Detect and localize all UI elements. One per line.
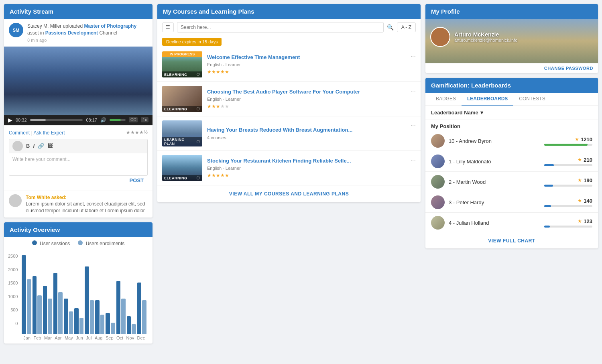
- cc-button[interactable]: CC: [129, 117, 138, 122]
- course-item[interactable]: IN PROGRESSELEARNING⏱Welcome Effective T…: [157, 47, 421, 82]
- bar-chart: [20, 254, 148, 334]
- volume-bar[interactable]: [110, 119, 126, 121]
- editor-avatar: [12, 141, 23, 151]
- passions-channel-link[interactable]: Passions Development: [45, 30, 98, 36]
- thumbnail-overlay: LEARNING PLAN⏱: [162, 137, 202, 146]
- bar-light: [37, 295, 42, 334]
- search-button[interactable]: 🔍: [387, 24, 394, 31]
- courses-panel: My Courses and Learning Plans ☰ 🔍 A - Z …: [157, 4, 421, 202]
- question-item: Tom White asked: Lorem ipsum dolor sit a…: [4, 191, 153, 218]
- post-button[interactable]: POST: [130, 177, 144, 183]
- course-item[interactable]: LEARNING PLAN⏱Having Your Breasts Reduce…: [157, 116, 421, 151]
- my-position-title: My Position: [425, 120, 598, 131]
- chart-y-axis: 2500 2000 1500 1000 500 0: [8, 254, 20, 334]
- courses-title: My Courses and Learning Plans: [163, 8, 254, 15]
- course-item[interactable]: ELEARNING⏱Stocking Your Restaurant Kitch…: [157, 151, 421, 185]
- comment-textarea[interactable]: Write here your comment...: [9, 153, 147, 175]
- bar-dark: [85, 266, 89, 334]
- score-value: 140: [584, 198, 592, 204]
- score-bar-container: [544, 205, 592, 207]
- bar-dark: [33, 276, 37, 334]
- total-time: 08:17: [86, 118, 97, 122]
- tab-badges[interactable]: BADGES: [430, 93, 462, 106]
- tab-leaderboards[interactable]: LEADERBOARDS: [462, 93, 513, 106]
- bar-dark: [43, 286, 47, 334]
- courses-toolbar: ☰ 🔍 A - Z: [157, 19, 421, 36]
- chart-wrapper: 2500 2000 1500 1000 500 0 JanFebMarAprMa…: [8, 254, 148, 344]
- more-options-button[interactable]: ···: [411, 53, 416, 60]
- filter-button[interactable]: ☰: [162, 22, 174, 32]
- video-thumbnail[interactable]: [4, 47, 153, 115]
- dropdown-arrow-icon: ▾: [480, 110, 483, 116]
- leaderboard-row: 4 - Julian Holland★123: [425, 213, 598, 233]
- month-group: [64, 299, 73, 334]
- score-star-icon: ★: [575, 136, 579, 142]
- course-item[interactable]: ELEARNING⏱Choosing The Best Audio Player…: [157, 82, 421, 116]
- current-time: 00:32: [16, 118, 27, 122]
- thumbnail-overlay: ELEARNING⏱: [162, 106, 202, 112]
- tab-contests[interactable]: CONTESTS: [513, 93, 551, 106]
- month-group: [53, 273, 63, 334]
- view-full-chart-button[interactable]: VIEW FULL CHART: [425, 233, 598, 248]
- profile-info: Arturo McKenzie arturo.mckenzie@homenick…: [430, 27, 517, 47]
- more-options-button[interactable]: ···: [411, 157, 416, 164]
- view-all-courses-link[interactable]: VIEW ALL MY COURSES AND LEARNING PLANS: [157, 185, 421, 202]
- score-star-icon: ★: [578, 157, 582, 163]
- thumbnail-overlay: ELEARNING⏱: [162, 71, 202, 77]
- ask-expert-link[interactable]: Ask the Expert: [33, 130, 65, 136]
- leaderboard-name: 2 - Martin Wood: [449, 179, 540, 185]
- course-type: ELEARNING: [164, 176, 187, 180]
- score-bar-container: [544, 226, 592, 228]
- profile-content: Arturo McKenzie arturo.mckenzie@homenick…: [425, 19, 598, 63]
- leaderboard-row: 3 - Peter Hardy★140: [425, 192, 598, 213]
- course-thumbnail: ELEARNING⏱: [162, 86, 202, 112]
- more-options-button[interactable]: ···: [411, 87, 416, 95]
- activity-notification: SM Stacey M. Miller uploaded Master of P…: [4, 19, 153, 47]
- leaderboard-dropdown[interactable]: Leaderboard Name ▾: [431, 110, 483, 116]
- activity-stream-panel: Activity Stream SM Stacey M. Miller uplo…: [4, 4, 153, 218]
- comment-links: Comment | Ask the Expert ★★★★½: [9, 130, 148, 136]
- bar-light: [142, 300, 146, 334]
- speed-button[interactable]: 1x: [141, 117, 148, 122]
- bold-button[interactable]: B: [26, 143, 30, 149]
- month-group: [127, 316, 136, 334]
- play-button[interactable]: ▶: [8, 117, 12, 123]
- x-label: Mar: [44, 336, 52, 340]
- comment-link[interactable]: Comment: [9, 130, 30, 136]
- italic-button[interactable]: I: [33, 143, 35, 149]
- sessions-legend: User sessions: [32, 240, 70, 246]
- course-type: ELEARNING: [164, 107, 187, 111]
- link-button[interactable]: 🔗: [38, 143, 44, 149]
- volume-icon: 🔊: [100, 117, 106, 123]
- clock-icon: ⏱: [196, 140, 200, 144]
- more-options-button[interactable]: ···: [411, 122, 416, 129]
- month-group: [33, 276, 42, 334]
- chart-legend: User sessions Users enrollments: [4, 237, 153, 250]
- bar-dark: [106, 313, 110, 334]
- activity-text: Stacey M. Miller uploaded Master of Phot…: [27, 23, 148, 37]
- avatar-image: [431, 134, 445, 148]
- chart-x-labels: JanFebMarAprMayJunJulAugSepOctNovDec: [20, 334, 148, 344]
- score-value: 210: [584, 157, 592, 163]
- master-photography-link[interactable]: Master of Photography: [84, 23, 136, 29]
- course-info: Welcome Effective Time ManagementEnglish…: [207, 54, 406, 75]
- course-count: 4 courses: [207, 135, 406, 140]
- gamification-tabs: BADGES LEADERBOARDS CONTESTS: [425, 93, 598, 106]
- change-password-bar: CHANGE PASSWORD: [425, 63, 598, 73]
- x-label: Feb: [33, 336, 41, 340]
- bar-light: [132, 324, 136, 334]
- question-avatar: [9, 194, 22, 207]
- sessions-dot: [32, 240, 37, 245]
- sort-button[interactable]: A - Z: [397, 22, 416, 32]
- leaderboard-avatar: [431, 195, 445, 209]
- change-password-button[interactable]: CHANGE PASSWORD: [544, 66, 593, 71]
- enrollments-dot: [78, 240, 83, 245]
- course-info: Having Your Breasts Reduced With Breast …: [207, 127, 406, 140]
- leaderboard-score-area: ★190: [544, 177, 592, 187]
- search-input[interactable]: [177, 22, 384, 33]
- chart-area: 2500 2000 1500 1000 500 0 JanFebMarAprMa…: [4, 250, 153, 344]
- avatar-image: [431, 155, 445, 168]
- progress-bar[interactable]: [30, 119, 83, 121]
- leaderboard-avatar: [431, 134, 445, 148]
- image-button[interactable]: 🖼: [47, 143, 53, 149]
